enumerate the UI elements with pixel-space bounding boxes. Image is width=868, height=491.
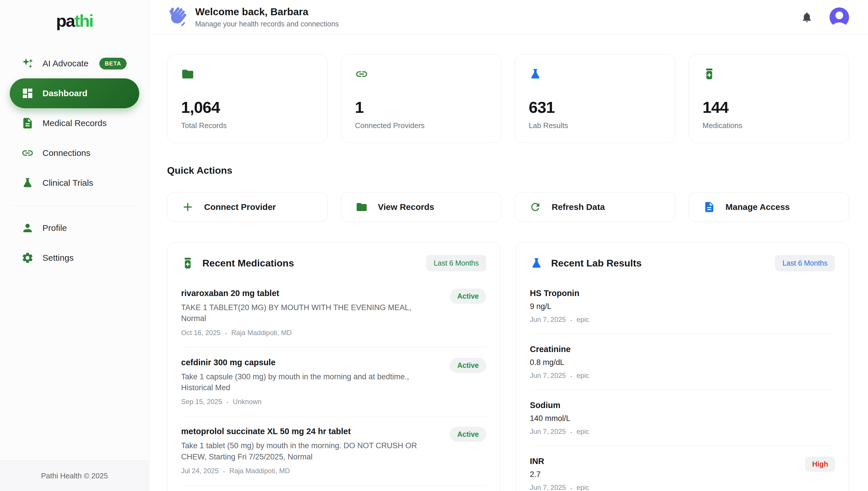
lab-test-name: INR [530,457,794,466]
lab-test-value: 9 ng/L [530,302,824,311]
stat-value: 1 [355,98,488,117]
medication-name: metoprolol succinate XL 50 mg 24 hr tabl… [181,427,438,436]
medication-name: cefdinir 300 mg capsule [181,358,438,367]
lab-source: epic [577,428,589,436]
document-icon [703,201,715,213]
sidebar-item-medical-records[interactable]: Medical Records [10,108,139,138]
medication-item[interactable]: rivaroxaban 20 mg tablet TAKE 1 TABLET(2… [181,278,486,347]
stats-row: 1,064 Total Records 1 Connected Provider… [167,54,849,143]
dot-separator [570,428,572,436]
status-badge: Active [450,358,486,373]
lab-test-value: 2.7 [530,470,794,479]
lab-result-item[interactable]: Sodium 140 mmol/L Jun 7, 2025 epic [530,390,835,446]
app-root: pathi AI Advocate BETA Dashboard Medical… [0,0,868,491]
quick-actions-title: Quick Actions [167,165,849,176]
recent-lab-results-card: Recent Lab Results Last 6 Months HS Trop… [516,242,849,491]
sidebar-item-label: Connections [42,148,90,158]
waving-hand-icon [167,7,187,27]
stat-label: Medications [703,121,835,130]
stat-card-connected-providers: 1 Connected Providers [341,54,502,143]
lab-date: Jun 7, 2025 [530,372,566,380]
medication-icon [181,257,194,270]
logo-text-thi: thi [74,11,93,30]
dot-separator [227,398,228,406]
lab-test-name: Creatinine [530,345,824,354]
connect-provider-button[interactable]: Connect Provider [167,192,328,222]
page-title: Welcome back, Barbara [195,6,339,18]
dot-separator [570,316,572,324]
sidebar: pathi AI Advocate BETA Dashboard Medical… [0,0,149,491]
sidebar-item-dashboard[interactable]: Dashboard [10,78,139,108]
range-badge[interactable]: Last 6 Months [426,255,486,271]
stat-card-lab-results: 631 Lab Results [515,54,676,143]
footer-copyright: Pathi Health © 2025 [41,471,108,480]
stat-value: 631 [529,98,661,117]
link-icon [21,147,34,160]
stat-card-medications: 144 Medications [689,54,849,143]
medication-item[interactable]: cefdinir 300 mg capsule Take 1 capsule (… [181,347,486,416]
dashboard-icon [21,87,34,99]
lab-test-value: 0.8 mg/dL [530,358,824,367]
quick-actions-row: Connect Provider View Records Refresh Da… [167,192,849,222]
person-icon [21,222,34,234]
high-flag-badge: High [805,457,835,472]
medication-provider: Raja Maddipoti, MD [229,467,290,475]
header-text: Welcome back, Barbara Manage your health… [195,6,339,28]
sidebar-item-connections[interactable]: Connections [10,138,139,168]
bell-icon[interactable] [801,11,813,23]
lab-date: Jun 7, 2025 [530,484,566,491]
medication-icon [703,67,716,81]
page-subtitle: Manage your health records and connectio… [195,20,339,28]
action-label: Manage Access [726,202,790,212]
sidebar-item-label: Profile [42,223,67,233]
medication-name: rivaroxaban 20 mg tablet [181,289,438,298]
dot-separator [570,372,572,380]
logo-text-pa: pa [56,11,74,30]
sidebar-item-ai-advocate[interactable]: AI Advocate BETA [10,49,139,78]
lab-meta: Jun 7, 2025 epic [530,428,824,436]
range-badge[interactable]: Last 6 Months [775,255,835,271]
sidebar-item-profile[interactable]: Profile [10,213,139,243]
medication-date: Sep 15, 2025 [181,398,222,406]
action-label: View Records [378,202,434,212]
flask-icon [21,177,34,189]
medication-item[interactable]: metoprolol succinate XL 50 mg 24 hr tabl… [181,416,486,485]
action-label: Connect Provider [204,202,276,212]
dot-separator [570,484,572,491]
link-icon [355,67,368,81]
refresh-data-button[interactable]: Refresh Data [515,192,676,222]
sidebar-item-settings[interactable]: Settings [10,243,139,273]
beta-badge: BETA [99,58,127,69]
lab-meta: Jun 7, 2025 epic [530,372,824,380]
stat-label: Total Records [181,121,314,130]
medication-meta: Jul 24, 2025 Raja Maddipoti, MD [181,467,438,475]
lab-result-item[interactable]: HS Troponin 9 ng/L Jun 7, 2025 epic [530,278,835,334]
sidebar-item-clinical-trials[interactable]: Clinical Trials [10,168,139,198]
main-area: Welcome back, Barbara Manage your health… [149,0,868,491]
medication-meta: Sep 15, 2025 Unknown [181,398,438,406]
lab-result-item[interactable]: Creatinine 0.8 mg/dL Jun 7, 2025 epic [530,334,835,390]
sidebar-footer: Pathi Health © 2025 [0,461,149,491]
stat-label: Connected Providers [355,121,488,130]
medication-date: Oct 16, 2025 [181,329,220,337]
view-records-button[interactable]: View Records [341,192,502,222]
lab-meta: Jun 7, 2025 epic [530,316,824,324]
sidebar-nav: AI Advocate BETA Dashboard Medical Recor… [0,49,149,273]
sparkles-icon [21,57,34,70]
medication-item[interactable]: docusate sodium 100 mg capsule 1 capsule… [181,485,486,491]
card-header: Recent Lab Results Last 6 Months [530,255,835,271]
medication-provider: Raja Maddipoti, MD [231,329,292,337]
manage-access-button[interactable]: Manage Access [689,192,849,222]
lab-result-item[interactable]: INR 2.7 Jun 7, 2025 epic High [530,446,835,491]
lab-date: Jun 7, 2025 [530,428,566,436]
plus-icon [182,201,194,213]
lab-source: epic [577,372,589,380]
avatar[interactable] [830,7,849,27]
lab-test-name: Sodium [530,401,824,410]
medication-instructions: Take 1 capsule (300 mg) by mouth in the … [181,371,438,394]
flask-icon [530,257,543,270]
dashboard-content: 1,064 Total Records 1 Connected Provider… [149,34,868,491]
sidebar-item-label: Dashboard [42,88,88,98]
sidebar-item-label: AI Advocate [42,59,88,68]
lists-row: Recent Medications Last 6 Months rivarox… [167,242,849,491]
